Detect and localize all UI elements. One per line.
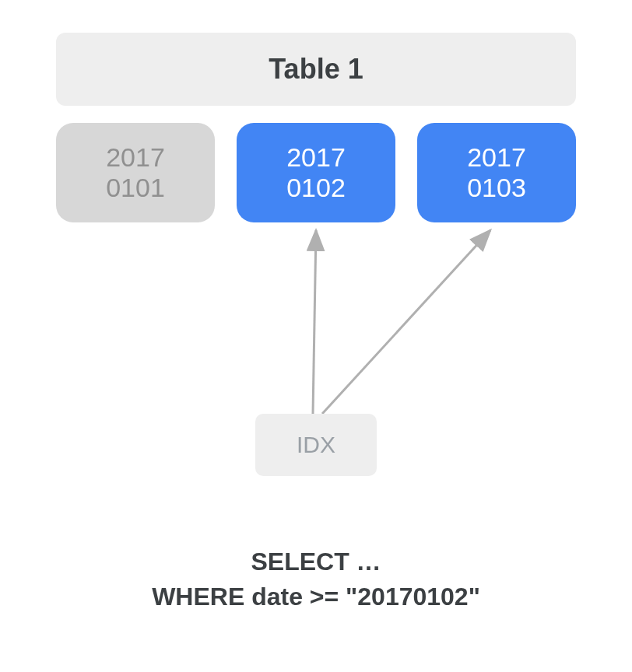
partition-1-line2: 0102 [286, 173, 346, 203]
sql-line2: WHERE date >= "20170102" [0, 579, 632, 614]
partition-1-line1: 2017 [286, 142, 346, 173]
index-label: IDX [297, 432, 335, 458]
sql-line1: SELECT … [0, 544, 632, 579]
partition-0-line2: 0101 [106, 173, 165, 203]
table-title: Table 1 [269, 53, 363, 86]
index-box: IDX [255, 414, 377, 476]
partition-2: 2017 0103 [417, 123, 576, 222]
partition-0: 2017 0101 [56, 123, 215, 222]
arrow-to-partition-2 [322, 230, 490, 414]
partition-0-line1: 2017 [106, 142, 165, 173]
table-header: Table 1 [56, 33, 576, 106]
partitions-row: 2017 0101 2017 0102 2017 0103 [56, 123, 576, 222]
diagram-canvas: Table 1 2017 0101 2017 0102 2017 0103 [56, 33, 576, 222]
sql-text: SELECT … WHERE date >= "20170102" [0, 544, 632, 614]
partition-2-line1: 2017 [467, 142, 526, 173]
arrow-to-partition-1 [313, 230, 316, 414]
partition-1: 2017 0102 [237, 123, 395, 222]
partition-2-line2: 0103 [467, 173, 526, 203]
